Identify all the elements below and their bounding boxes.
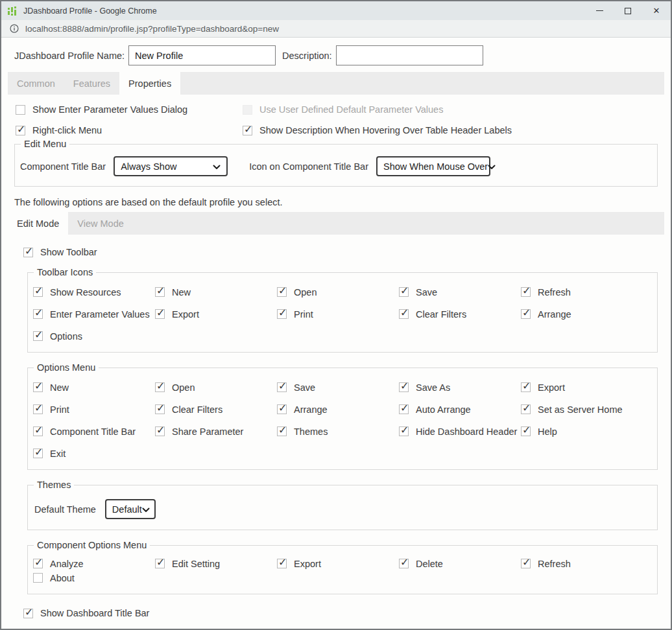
checkbox[interactable] xyxy=(23,609,33,618)
checkbox[interactable] xyxy=(33,426,43,436)
option-auto-arrange[interactable]: Auto Arrange xyxy=(399,402,521,416)
close-button[interactable]: ✕ xyxy=(642,1,671,20)
checkbox[interactable] xyxy=(399,382,409,392)
option-export[interactable]: Export xyxy=(277,557,399,570)
option-clear-filters[interactable]: Clear Filters xyxy=(399,307,521,321)
tab-properties[interactable]: Properties xyxy=(119,72,180,95)
checkbox[interactable] xyxy=(399,426,409,436)
checkbox[interactable] xyxy=(16,126,25,135)
option-edit-setting[interactable]: Edit Setting xyxy=(155,557,277,570)
checkbox[interactable] xyxy=(243,126,252,135)
checkbox[interactable] xyxy=(33,287,43,297)
checkbox[interactable] xyxy=(33,559,43,568)
checkbox[interactable] xyxy=(33,331,43,341)
checkbox-label: New xyxy=(50,382,69,393)
chevron-down-icon xyxy=(213,161,221,172)
default-theme-select[interactable]: Default xyxy=(105,499,156,519)
checkbox[interactable] xyxy=(521,382,531,392)
checkbox[interactable] xyxy=(399,559,409,568)
option-arrange[interactable]: Arrange xyxy=(521,307,652,321)
option-arrange[interactable]: Arrange xyxy=(277,402,399,416)
checkbox[interactable] xyxy=(23,248,33,257)
tab-view-mode[interactable]: View Mode xyxy=(68,212,132,235)
option-show-dashboard-title-bar[interactable]: Show Dashboard Title Bar xyxy=(23,608,658,618)
tab-edit-mode[interactable]: Edit Mode xyxy=(8,212,68,235)
option-save-as[interactable]: Save As xyxy=(399,380,521,394)
checkbox[interactable] xyxy=(155,559,165,568)
url-text[interactable]: localhost:8888/admin/profile.jsp?profile… xyxy=(25,24,279,34)
checkbox[interactable] xyxy=(33,573,43,583)
option-share-parameter[interactable]: Share Parameter xyxy=(155,425,277,438)
checkbox[interactable] xyxy=(277,559,287,568)
checkbox[interactable] xyxy=(521,404,531,414)
minimize-button[interactable] xyxy=(585,1,614,20)
option-about[interactable]: About xyxy=(33,571,155,585)
option-save[interactable]: Save xyxy=(277,380,399,394)
checkbox[interactable] xyxy=(399,287,409,297)
option-help[interactable]: Help xyxy=(521,425,652,438)
option-new[interactable]: New xyxy=(33,380,155,394)
checkbox[interactable] xyxy=(277,287,287,297)
option-show-resources[interactable]: Show Resources xyxy=(33,285,155,299)
option-hide-dashboard-header[interactable]: Hide Dashboard Header xyxy=(399,425,521,438)
icon-on-component-title-bar-select[interactable]: Show When Mouse Over xyxy=(376,156,490,176)
checkbox-label: Edit Setting xyxy=(172,559,220,569)
option-export[interactable]: Export xyxy=(155,307,277,321)
checkbox[interactable] xyxy=(33,309,43,319)
option-show-description-hover[interactable]: Show Description When Hovering Over Tabl… xyxy=(243,125,658,135)
checkbox[interactable] xyxy=(155,382,165,392)
checkbox[interactable] xyxy=(277,426,287,436)
option-export[interactable]: Export xyxy=(521,380,652,394)
maximize-button[interactable] xyxy=(614,1,642,20)
option-themes[interactable]: Themes xyxy=(277,425,399,438)
info-icon[interactable] xyxy=(10,24,19,33)
checkbox[interactable] xyxy=(277,404,287,414)
options-menu-grid: New Open Save Save As Export Print Clear… xyxy=(33,377,652,460)
checkbox[interactable] xyxy=(399,309,409,319)
option-refresh[interactable]: Refresh xyxy=(521,285,652,299)
option-refresh[interactable]: Refresh xyxy=(521,557,652,570)
option-show-enter-parameter-values-dialog[interactable]: Show Enter Parameter Values Dialog xyxy=(16,104,243,115)
option-show-toolbar[interactable]: Show Toolbar xyxy=(23,247,658,257)
option-options[interactable]: Options xyxy=(33,329,155,343)
checkbox[interactable] xyxy=(33,382,43,392)
toolbar-icons-legend: Toolbar Icons xyxy=(34,267,96,277)
option-clear-filters[interactable]: Clear Filters xyxy=(155,402,277,416)
option-analyze[interactable]: Analyze xyxy=(33,557,155,570)
option-set-as-server-home[interactable]: Set as Server Home xyxy=(521,402,652,416)
option-delete[interactable]: Delete xyxy=(399,557,521,570)
checkbox[interactable] xyxy=(277,382,287,392)
tab-features[interactable]: Features xyxy=(64,72,119,95)
checkbox[interactable] xyxy=(155,426,165,436)
option-save[interactable]: Save xyxy=(399,285,521,299)
component-title-bar-select[interactable]: Always Show xyxy=(114,156,228,176)
checkbox[interactable] xyxy=(33,449,43,458)
option-exit[interactable]: Exit xyxy=(33,447,155,460)
window-title: JDashboard Profile - Google Chrome xyxy=(23,6,157,16)
profile-name-input[interactable] xyxy=(128,45,276,65)
checkbox[interactable] xyxy=(155,404,165,414)
option-open[interactable]: Open xyxy=(277,285,399,299)
option-open[interactable]: Open xyxy=(155,380,277,394)
checkbox[interactable] xyxy=(16,105,25,115)
option-print[interactable]: Print xyxy=(277,307,399,321)
description-input[interactable] xyxy=(336,45,483,65)
checkbox[interactable] xyxy=(521,426,531,436)
checkbox[interactable] xyxy=(399,404,409,414)
option-print[interactable]: Print xyxy=(33,402,155,416)
option-right-click-menu[interactable]: Right-click Menu xyxy=(16,125,243,135)
checkbox[interactable] xyxy=(521,559,531,568)
option-component-title-bar[interactable]: Component Title Bar xyxy=(33,425,155,438)
option-enter-parameter-values[interactable]: Enter Parameter Values xyxy=(33,307,155,321)
checkbox[interactable] xyxy=(155,287,165,297)
checkbox[interactable] xyxy=(521,287,531,297)
checkbox[interactable] xyxy=(155,309,165,319)
checkbox[interactable] xyxy=(33,404,43,414)
tab-common[interactable]: Common xyxy=(8,72,64,95)
checkbox[interactable] xyxy=(277,309,287,319)
option-new[interactable]: New xyxy=(155,285,277,299)
themes-fieldset: Themes Default Theme Default xyxy=(27,480,658,530)
edit-menu-fieldset: Edit Menu Component Title Bar Always Sho… xyxy=(14,139,658,187)
checkbox[interactable] xyxy=(521,309,531,319)
address-bar[interactable]: localhost:8888/admin/profile.jsp?profile… xyxy=(1,20,671,38)
